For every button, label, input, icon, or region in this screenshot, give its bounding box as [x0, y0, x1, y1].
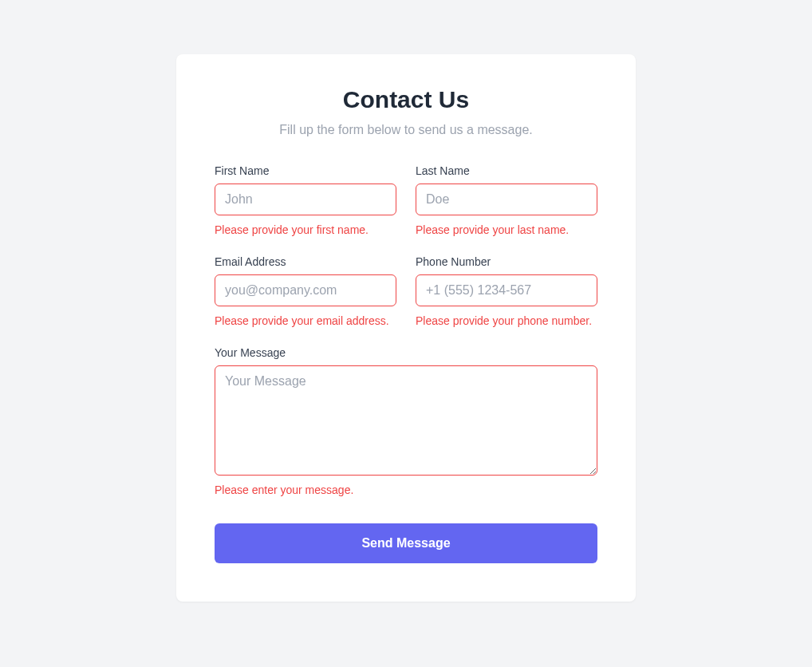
- send-message-button[interactable]: Send Message: [215, 523, 597, 563]
- message-textarea[interactable]: [215, 365, 597, 476]
- email-error: Please provide your email address.: [215, 314, 396, 327]
- first-name-error: Please provide your first name.: [215, 223, 396, 236]
- contact-row: Email Address Please provide your email …: [215, 255, 597, 346]
- phone-input[interactable]: [416, 274, 597, 306]
- phone-error: Please provide your phone number.: [416, 314, 597, 327]
- email-field-group: Email Address Please provide your email …: [215, 255, 396, 327]
- email-label: Email Address: [215, 255, 396, 268]
- phone-field-group: Phone Number Please provide your phone n…: [416, 255, 597, 327]
- message-label: Your Message: [215, 346, 597, 359]
- page-subtitle: Fill up the form below to send us a mess…: [215, 123, 597, 137]
- phone-label: Phone Number: [416, 255, 597, 268]
- message-error: Please enter your message.: [215, 483, 597, 496]
- last-name-error: Please provide your last name.: [416, 223, 597, 236]
- email-input[interactable]: [215, 274, 396, 306]
- last-name-input[interactable]: [416, 184, 597, 215]
- first-name-label: First Name: [215, 164, 396, 177]
- contact-card: Contact Us Fill up the form below to sen…: [176, 54, 636, 602]
- page-title: Contact Us: [215, 86, 597, 113]
- name-row: First Name Please provide your first nam…: [215, 164, 597, 255]
- message-field-group: Your Message Please enter your message.: [215, 346, 597, 496]
- first-name-field-group: First Name Please provide your first nam…: [215, 164, 396, 236]
- first-name-input[interactable]: [215, 184, 396, 215]
- last-name-field-group: Last Name Please provide your last name.: [416, 164, 597, 236]
- last-name-label: Last Name: [416, 164, 597, 177]
